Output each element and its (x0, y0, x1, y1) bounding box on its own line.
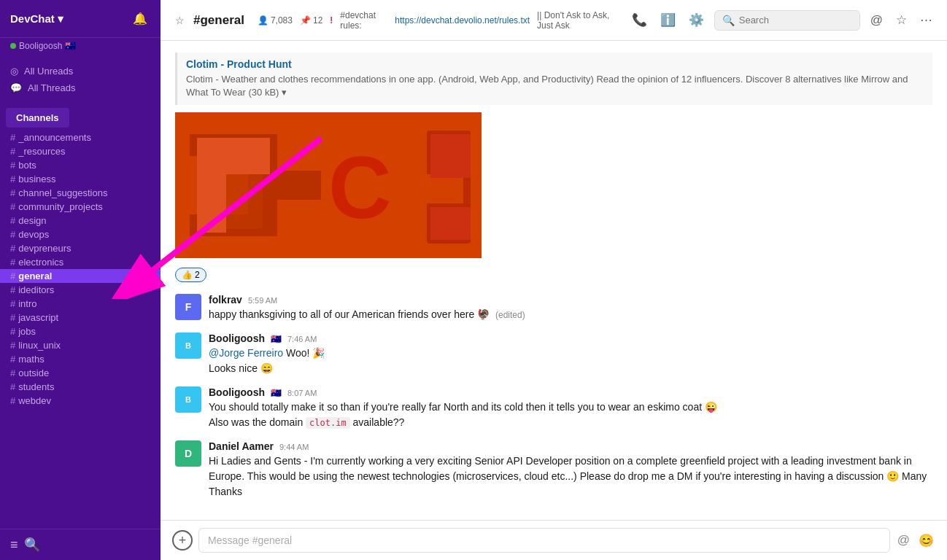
rules-suffix: || Don't Ask to Ask, Just Ask (537, 10, 623, 31)
sidebar-channel-general[interactable]: #general (0, 269, 161, 283)
message-content-daniel: Daniel Aamer 9:44 AM Hi Ladies and Gents… (209, 440, 932, 499)
sidebar-channel-channel_suggestions[interactable]: #channel_suggestions (0, 186, 161, 200)
sidebar-channel-_announcements[interactable]: #_announcements (0, 131, 161, 144)
channel-name-label: devops (18, 229, 49, 240)
user-status: Booligoosh 🇦🇺 (0, 38, 161, 57)
message-text-booligoosh1-line1: @Jorge Ferreiro Woo! 🎉 (209, 346, 932, 361)
sidebar-channel-javascript[interactable]: #javascript (0, 311, 161, 324)
turkey-emoji: 🦃 (477, 308, 492, 320)
sidebar: DevChat ▾ 🔔 Booligoosh 🇦🇺 ◎ All Unreads … (0, 0, 161, 560)
sidebar-item-all-threads[interactable]: 💬 All Threads (0, 79, 161, 96)
username-folkrav: folkrav (209, 294, 242, 306)
channel-name-label: channel_suggestions (18, 187, 107, 198)
threads-label: All Threads (28, 82, 76, 93)
channel-name-label: students (18, 381, 54, 392)
flag-booligoosh1: 🇦🇺 (271, 334, 282, 344)
sidebar-channel-webdev[interactable]: #webdev (0, 394, 161, 408)
footer-icon-search: 🔍 (24, 537, 40, 553)
search-box[interactable]: 🔍 (714, 10, 860, 31)
product-hunt-image-container: C (175, 112, 932, 260)
notification-bell[interactable]: 🔔 (130, 9, 150, 28)
message-text-booligoosh1-line2: Looks nice 😄 (209, 361, 932, 376)
sidebar-channel-electronics[interactable]: #electronics (0, 255, 161, 269)
sidebar-nav: ◎ All Unreads 💬 All Threads (0, 57, 161, 102)
emoji-button[interactable]: 😊 (917, 532, 935, 550)
avatar-booligoosh1: B (175, 332, 201, 359)
product-hunt-image: C (175, 112, 482, 258)
flag-booligoosh2: 🇦🇺 (271, 388, 282, 398)
channel-name-label: design (18, 215, 46, 226)
workspace-name[interactable]: DevChat ▾ (10, 12, 63, 26)
user-flag: 🇦🇺 (65, 41, 76, 51)
star-channel-button[interactable]: ☆ (172, 12, 188, 29)
svg-text:C: C (328, 139, 392, 236)
at-button[interactable]: @ (867, 10, 886, 31)
pin-icon: 📌 (300, 15, 311, 26)
sidebar-channel-business[interactable]: #business (0, 172, 161, 186)
message-text-folkrav: happy thanksgiving to all of our America… (209, 307, 932, 322)
star-button[interactable]: ☆ (893, 9, 910, 31)
phone-button[interactable]: 📞 (629, 9, 650, 31)
info-button[interactable]: ℹ️ (657, 9, 679, 31)
at-mention-button[interactable]: @ (896, 532, 911, 549)
threads-icon: 💬 (10, 82, 22, 93)
rules-link[interactable]: https://devchat.devolio.net/rules.txt (395, 15, 530, 26)
channel-name-label: webdev (18, 395, 51, 406)
link-preview: Clotim - Product Hunt Clotim - Weather a… (175, 52, 932, 105)
pin-count: 📌 12 (300, 15, 322, 26)
more-button[interactable]: ⋯ (917, 9, 935, 31)
sidebar-channel-jobs[interactable]: #jobs (0, 324, 161, 338)
channel-name-label: ideditors (18, 284, 54, 295)
person-icon: 👤 (258, 15, 268, 26)
channels-section: Channels #_announcements#_resources#bots… (0, 102, 161, 411)
channel-name-label: business (18, 174, 55, 184)
sidebar-channel-linux_unix[interactable]: #linux_unix (0, 338, 161, 352)
channel-name-label: general (18, 271, 52, 281)
channel-name-label: jobs (18, 326, 36, 337)
username-booligoosh2: Booligoosh (209, 386, 265, 398)
topbar-meta: 👤 7,083 📌 12 ! #devchat rules: https://d… (258, 10, 623, 31)
channels-list: #_announcements#_resources#bots#business… (0, 131, 161, 408)
channel-name-label: maths (18, 354, 44, 365)
sidebar-channel-design[interactable]: #design (0, 214, 161, 228)
thumbsup-reaction[interactable]: 👍2 (175, 268, 206, 282)
sidebar-item-all-unreads[interactable]: ◎ All Unreads (0, 63, 161, 79)
message-header-daniel: Daniel Aamer 9:44 AM (209, 440, 932, 452)
message-input-bar: + @ 😊 (161, 520, 947, 560)
message-input[interactable] (198, 528, 890, 553)
sidebar-channel-devops[interactable]: #devops (0, 228, 161, 241)
timestamp-booligoosh2: 8:07 AM (287, 389, 317, 397)
timestamp-daniel: 9:44 AM (279, 443, 309, 451)
message-group-daniel: D Daniel Aamer 9:44 AM Hi Ladies and Gen… (175, 440, 932, 499)
footer-icon-list: ≡ (10, 537, 18, 553)
preview-reaction-bar: 👍2 (175, 268, 932, 282)
settings-button[interactable]: ⚙️ (686, 9, 707, 31)
message-group-booligoosh2: B Booligoosh 🇦🇺 8:07 AM You should total… (175, 386, 932, 430)
sidebar-channel-bots[interactable]: #bots (0, 158, 161, 172)
mention-jorge: @Jorge Ferreiro (209, 347, 283, 359)
sidebar-channel-outside[interactable]: #outside (0, 366, 161, 380)
search-input[interactable] (739, 15, 852, 26)
sidebar-channel-students[interactable]: #students (0, 380, 161, 394)
sidebar-channel-intro[interactable]: #intro (0, 297, 161, 311)
message-header-booligoosh1: Booligoosh 🇦🇺 7:46 AM (209, 332, 932, 344)
avatar-daniel: D (175, 440, 201, 467)
preview-title[interactable]: Clotim - Product Hunt (186, 58, 924, 70)
sidebar-footer: ≡ 🔍 (0, 529, 161, 560)
add-attachment-button[interactable]: + (172, 530, 193, 551)
sidebar-channel-community_projects[interactable]: #community_projects (0, 200, 161, 214)
member-count: 👤 7,083 (258, 15, 293, 26)
message-text-daniel: Hi Ladies and Gents - I'm currently work… (209, 454, 932, 499)
topbar-actions: 📞 ℹ️ ⚙️ 🔍 @ ☆ ⋯ (629, 9, 935, 31)
message-content-booligoosh1: Booligoosh 🇦🇺 7:46 AM @Jorge Ferreiro Wo… (209, 332, 932, 376)
message-header-booligoosh2: Booligoosh 🇦🇺 8:07 AM (209, 386, 932, 398)
message-group-folkrav: F folkrav 5:59 AM happy thanksgiving to … (175, 294, 932, 322)
message-group-booligoosh1: B Booligoosh 🇦🇺 7:46 AM @Jorge Ferreiro … (175, 332, 932, 376)
sidebar-channel-maths[interactable]: #maths (0, 352, 161, 366)
channel-name-label: linux_unix (18, 340, 61, 351)
sidebar-channel-ideditors[interactable]: #ideditors (0, 283, 161, 297)
sidebar-channel-_resources[interactable]: #_resources (0, 144, 161, 158)
workspace-chevron: ▾ (58, 12, 63, 26)
message-content-folkrav: folkrav 5:59 AM happy thanksgiving to al… (209, 294, 932, 322)
sidebar-channel-devpreneurs[interactable]: #devpreneurs (0, 241, 161, 255)
